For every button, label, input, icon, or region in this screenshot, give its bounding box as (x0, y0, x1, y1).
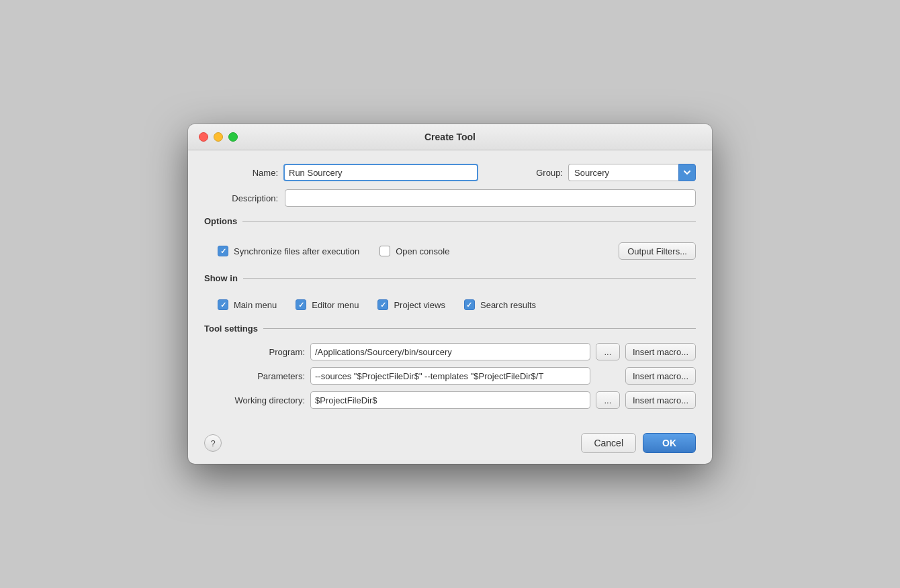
project-views-label: Project views (394, 300, 445, 310)
name-group-row: Name: Group: Sourcery (204, 164, 696, 181)
editor-menu-label: Editor menu (312, 300, 359, 310)
name-label: Name: (204, 168, 278, 178)
open-console-checkbox[interactable] (379, 246, 390, 256)
search-results-checkbox[interactable] (464, 299, 475, 310)
working-dir-input[interactable] (310, 391, 590, 409)
project-views-checkbox-item[interactable]: Project views (377, 299, 445, 310)
program-input[interactable] (310, 343, 590, 360)
output-filters-button[interactable]: Output Filters... (619, 242, 696, 260)
maximize-button[interactable] (228, 132, 238, 142)
show-in-title: Show in (204, 273, 696, 283)
group-select-wrapper: Sourcery (568, 164, 696, 181)
main-menu-label: Main menu (234, 300, 277, 310)
dialog-body: Name: Group: Sourcery Description: (188, 150, 712, 422)
help-button[interactable]: ? (204, 434, 222, 452)
sync-files-label: Synchronize files after execution (234, 246, 359, 256)
working-dir-insert-macro-button[interactable]: Insert macro... (625, 391, 696, 409)
tool-settings-grid: Program: ... Insert macro... Parameters:… (204, 343, 696, 409)
main-menu-checkbox-item[interactable]: Main menu (218, 299, 277, 310)
sync-files-checkbox[interactable] (218, 246, 228, 256)
group-dropdown-button[interactable] (678, 164, 696, 181)
program-browse-button[interactable]: ... (596, 343, 620, 360)
tool-settings-title: Tool settings (204, 324, 696, 334)
group-part: Group: Sourcery (489, 164, 696, 181)
options-section: Options (204, 216, 696, 226)
main-menu-checkbox[interactable] (218, 299, 228, 310)
close-button[interactable] (199, 132, 208, 142)
editor-menu-checkbox-item[interactable]: Editor menu (296, 299, 359, 310)
search-results-checkbox-item[interactable]: Search results (464, 299, 536, 310)
options-title: Options (204, 216, 696, 226)
parameters-insert-macro-button[interactable]: Insert macro... (625, 367, 696, 385)
description-input[interactable] (285, 189, 696, 207)
ok-button[interactable]: OK (643, 433, 696, 453)
project-views-checkbox[interactable] (377, 299, 388, 310)
description-label: Description: (204, 193, 278, 203)
title-bar: Create Tool (188, 124, 712, 150)
window-controls (199, 132, 238, 142)
search-results-label: Search results (480, 300, 536, 310)
description-row: Description: (204, 189, 696, 207)
program-insert-macro-button[interactable]: Insert macro... (625, 343, 696, 360)
name-input[interactable] (283, 164, 478, 181)
parameters-label: Parameters: (211, 371, 305, 381)
bottom-actions: Cancel OK (581, 433, 696, 453)
group-select-text: Sourcery (568, 164, 678, 181)
chevron-down-icon (684, 170, 690, 175)
tool-settings-section: Tool settings (204, 324, 696, 334)
bottom-bar: ? Cancel OK (188, 422, 712, 464)
name-part: Name: (204, 164, 478, 181)
open-console-label: Open console (396, 246, 449, 256)
cancel-button[interactable]: Cancel (581, 433, 636, 453)
dialog-title: Create Tool (424, 132, 476, 142)
program-label: Program: (211, 347, 305, 357)
show-in-section: Show in (204, 273, 696, 283)
editor-menu-checkbox[interactable] (296, 299, 306, 310)
working-dir-label: Working directory: (211, 395, 305, 405)
options-row: Synchronize files after execution Open c… (204, 236, 696, 266)
group-label: Group: (489, 168, 563, 178)
show-in-row: Main menu Editor menu Project views Sear… (204, 293, 696, 317)
create-tool-dialog: Create Tool Name: Group: Sourcery (188, 124, 712, 464)
minimize-button[interactable] (214, 132, 223, 142)
working-dir-browse-button[interactable]: ... (596, 391, 620, 409)
sync-files-checkbox-item[interactable]: Synchronize files after execution (218, 246, 359, 256)
open-console-checkbox-item[interactable]: Open console (379, 246, 449, 256)
parameters-input[interactable] (310, 367, 590, 385)
